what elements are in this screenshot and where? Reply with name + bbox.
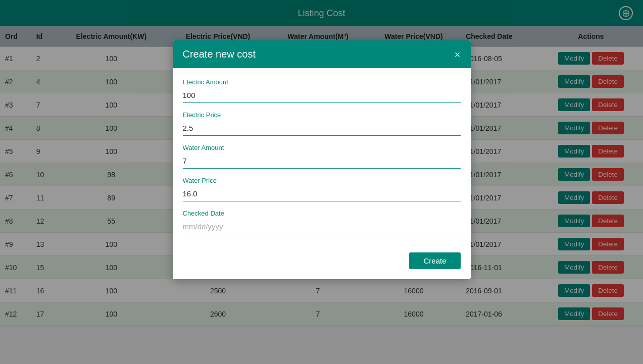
create-button[interactable]: Create: [409, 252, 460, 269]
water-amount-input[interactable]: [183, 153, 461, 169]
create-cost-modal: Create new cost × Electric Amount Electr…: [173, 40, 471, 279]
modal-overlay: Create new cost × Electric Amount Electr…: [0, 0, 643, 326]
electric-amount-label: Electric Amount: [183, 78, 461, 86]
modal-header: Create new cost ×: [173, 40, 471, 68]
modal-footer: Create: [173, 247, 471, 279]
water-price-group: Water Price: [183, 177, 461, 201]
electric-amount-input[interactable]: [183, 88, 461, 103]
water-amount-group: Water Amount: [183, 144, 461, 169]
electric-price-input[interactable]: [183, 121, 461, 136]
water-price-input[interactable]: [183, 186, 461, 201]
water-amount-label: Water Amount: [183, 144, 461, 151]
checked-date-label: Checked Date: [183, 210, 461, 217]
electric-price-group: Electric Price: [183, 111, 461, 136]
modal-title: Create new cost: [183, 48, 256, 60]
checked-date-input[interactable]: [183, 219, 461, 234]
water-price-label: Water Price: [183, 177, 461, 184]
electric-price-label: Electric Price: [183, 111, 461, 119]
modal-body: Electric Amount Electric Price Water Amo…: [173, 68, 471, 247]
modal-close-button[interactable]: ×: [455, 49, 461, 60]
checked-date-group: Checked Date: [183, 210, 461, 234]
electric-amount-group: Electric Amount: [183, 78, 461, 103]
